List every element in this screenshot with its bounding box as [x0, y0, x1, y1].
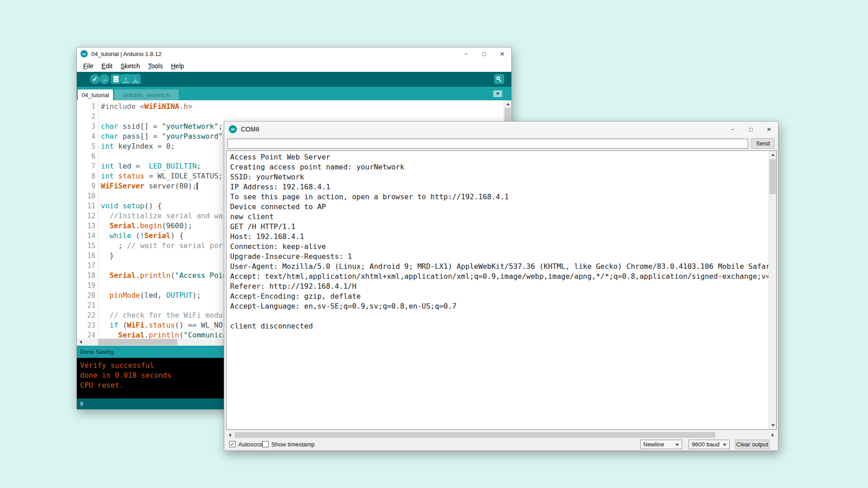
code-text: int led = LED_BUILTIN; — [101, 161, 201, 171]
send-button[interactable]: Send — [751, 138, 774, 149]
new-sketch-button[interactable] — [111, 74, 121, 84]
line-number: 17 — [77, 261, 95, 271]
serial-output-line: Connection: keep-alive — [230, 242, 767, 252]
serial-output-line: Upgrade-Insecure-Requests: 1 — [230, 252, 767, 262]
line-number: 6 — [77, 151, 95, 161]
tray-icon — [133, 82, 138, 83]
document-icon — [113, 76, 118, 82]
serial-output-line: Creating access point named: yourNetwork — [230, 162, 767, 172]
serial-output-line: Referer: http://192.168.4.1/H — [230, 282, 767, 291]
minimize-icon[interactable]: − — [724, 122, 742, 137]
menu-help[interactable]: Help — [167, 61, 188, 70]
autoscroll-checkbox[interactable] — [229, 441, 236, 447]
maximize-icon[interactable]: □ — [475, 47, 493, 60]
minimize-icon[interactable]: − — [457, 47, 475, 60]
cursor-line-indicator: 9 — [80, 401, 83, 407]
code-text: int keyIndex = 0; — [101, 141, 175, 151]
serial-output-lines: Access Point Web ServerCreating access p… — [230, 152, 767, 331]
line-number: 11 — [77, 201, 95, 211]
clear-output-button[interactable]: Clear output — [735, 440, 769, 449]
show-timestamp-checkbox[interactable] — [262, 441, 269, 447]
tray-icon — [123, 82, 128, 83]
line-number: 8 — [77, 171, 95, 181]
line-ending-select[interactable]: Newline — [640, 440, 682, 449]
show-timestamp-label: Show timestamp — [271, 441, 315, 448]
verify-button[interactable]: ✓ — [90, 74, 100, 84]
serial-window-title: COM8 — [241, 126, 259, 133]
serial-monitor-button[interactable] — [494, 74, 504, 84]
scroll-up-arrow-icon[interactable] — [769, 151, 777, 159]
code-text: int status = WL_IDLE_STATUS; — [101, 171, 223, 181]
tab-bar: 04_tutorial arduino_secrets.h — [77, 87, 511, 100]
scroll-left-arrow-icon[interactable] — [77, 338, 85, 346]
line-number: 1 — [77, 102, 95, 112]
maximize-icon[interactable]: □ — [742, 122, 760, 137]
serial-output-line — [230, 311, 767, 321]
serial-output-line: GET /H HTTP/1.1 — [230, 222, 767, 232]
upload-icon: → — [101, 76, 108, 82]
serial-footer: Autoscroll Show timestamp Newline 9600 b… — [224, 438, 778, 450]
code-text: void setup() { — [101, 201, 162, 211]
line-number: 10 — [77, 191, 95, 201]
chevron-down-icon — [723, 444, 726, 446]
code-text: WiFiServer server(80); — [101, 181, 198, 191]
line-number: 23 — [77, 320, 95, 330]
scrollbar-thumb[interactable] — [769, 159, 776, 194]
line-number: 4 — [77, 131, 95, 141]
verify-icon: ✓ — [92, 76, 98, 82]
menu-file[interactable]: File — [79, 61, 98, 70]
menu-edit[interactable]: Edit — [98, 61, 117, 70]
line-number: 5 — [77, 141, 95, 151]
line-number: 15 — [77, 241, 95, 251]
close-icon[interactable]: ✕ — [493, 47, 511, 60]
baud-rate-select[interactable]: 9600 baud — [689, 440, 730, 449]
scrollbar-thumb[interactable] — [235, 432, 715, 438]
serial-output-line: client disconnected — [230, 321, 767, 331]
arduino-window-title: 04_tutorial | Arduino 1.8.12 — [91, 51, 161, 57]
save-button[interactable]: ↓ — [131, 74, 141, 84]
chevron-down-icon — [675, 444, 679, 446]
serial-output-line: User-Agent: Mozilla/5.0 (Linux; Android … — [230, 262, 767, 272]
code-text: // check for the WiFi module: — [101, 310, 236, 320]
baud-rate-value: 9600 baud — [692, 441, 719, 448]
serial-output-line: IP Address: 192.168.4.1 — [230, 182, 767, 192]
arduino-logo-icon: ∞ — [229, 125, 237, 133]
tab-04-tutorial[interactable]: 04_tutorial — [78, 89, 113, 100]
serial-output-line: Access Point Web Server — [230, 152, 767, 162]
line-number: 16 — [77, 251, 95, 261]
serial-output-area[interactable]: Access Point Web ServerCreating access p… — [226, 150, 777, 430]
text-caret — [197, 183, 198, 190]
scroll-down-arrow-icon[interactable] — [769, 422, 777, 429]
serial-send-input[interactable] — [227, 139, 748, 149]
code-line-2: 2 — [77, 112, 511, 122]
code-text: pinMode(led, OUTPUT); — [101, 291, 201, 300]
serial-output-line: To see this page in action, open a brows… — [230, 192, 767, 202]
upload-button[interactable]: → — [99, 74, 109, 84]
code-text: char pass[] = "yourPassword"; — [101, 131, 227, 141]
code-text: #include <WiFiNINA.h> — [101, 102, 192, 112]
menu-tools[interactable]: Tools — [144, 61, 167, 70]
scroll-up-arrow-icon[interactable] — [504, 100, 511, 108]
tab-label: arduino_secrets.h — [123, 92, 170, 99]
output-vertical-scrollbar[interactable] — [769, 151, 776, 429]
send-row: Send — [224, 137, 778, 150]
arduino-titlebar[interactable]: ∞ 04_tutorial | Arduino 1.8.12 − □ ✕ — [77, 47, 511, 60]
menu-sketch[interactable]: Sketch — [117, 61, 144, 70]
serial-monitor-window: ∞ COM8 − □ ✕ Send Access Point Web Serve… — [224, 121, 778, 451]
line-number: 21 — [77, 300, 95, 310]
close-icon[interactable]: ✕ — [760, 122, 778, 137]
serial-output-line: Device connected to AP — [230, 202, 767, 212]
line-number: 20 — [77, 291, 95, 300]
line-number: 12 — [77, 211, 95, 221]
tab-list-dropdown-button[interactable] — [493, 90, 502, 97]
open-icon: ↑ — [124, 76, 127, 82]
line-number: 2 — [77, 112, 95, 122]
serial-output-line: Host: 192.168.4.1 — [230, 232, 767, 242]
open-button[interactable]: ↑ — [121, 74, 131, 84]
code-text: } — [101, 251, 114, 261]
tab-arduino-secrets[interactable]: arduino_secrets.h — [114, 89, 179, 100]
serial-titlebar[interactable]: ∞ COM8 − □ ✕ — [224, 122, 778, 137]
scrollbar-thumb[interactable] — [98, 339, 177, 345]
code-text: while (!Serial) { — [101, 231, 184, 241]
serial-output-line: new client — [230, 212, 767, 222]
